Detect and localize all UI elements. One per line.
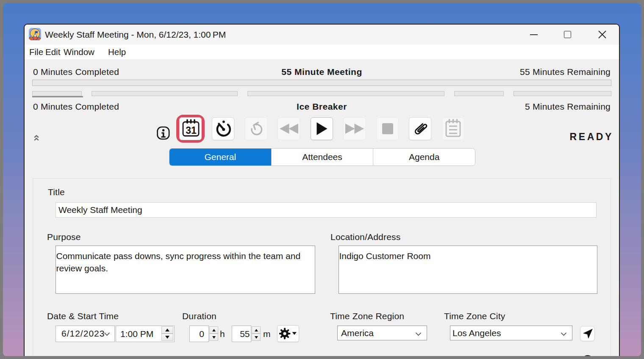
svg-text:31: 31 (186, 125, 197, 136)
